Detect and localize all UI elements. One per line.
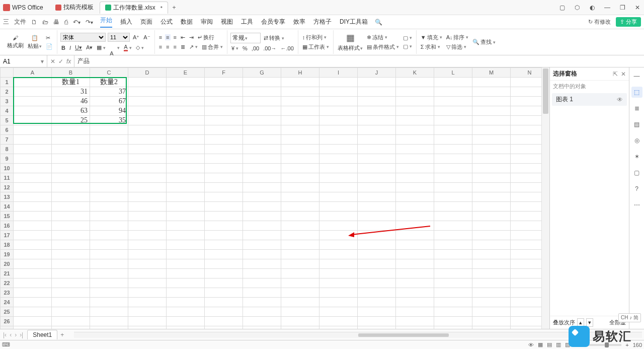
worksheet-button[interactable]: ▦工作表: [301, 43, 330, 51]
cell[interactable]: [358, 278, 396, 288]
cell[interactable]: [281, 87, 319, 97]
ribbon-tab-insert[interactable]: 插入: [120, 18, 132, 26]
cell[interactable]: [472, 231, 511, 240]
cell[interactable]: [358, 326, 396, 329]
cell[interactable]: [205, 288, 243, 298]
cell[interactable]: [52, 125, 90, 135]
cell[interactable]: [319, 183, 358, 192]
col-header-G[interactable]: G: [243, 68, 281, 78]
cell[interactable]: [396, 116, 434, 125]
cell[interactable]: [434, 116, 472, 125]
row-col-button[interactable]: ↕行和列: [301, 34, 330, 41]
scrollbar-thumb[interactable]: [358, 333, 449, 337]
cell[interactable]: [243, 173, 281, 183]
status-indicator-icon[interactable]: ⌨: [2, 341, 10, 348]
col-header-M[interactable]: M: [472, 68, 511, 78]
ribbon-tab-home[interactable]: 开始: [100, 16, 112, 28]
clear-format-button[interactable]: ◇: [135, 44, 145, 51]
cell[interactable]: [14, 269, 52, 278]
cell[interactable]: [128, 192, 167, 202]
cell[interactable]: [205, 317, 243, 326]
cell[interactable]: [167, 135, 205, 145]
cell[interactable]: [281, 183, 319, 192]
cell[interactable]: [14, 221, 52, 231]
row-header[interactable]: 25: [1, 307, 14, 317]
cell[interactable]: [128, 106, 167, 116]
cell[interactable]: [167, 125, 205, 135]
view-page-icon[interactable]: ▥: [556, 341, 561, 348]
cell[interactable]: [205, 240, 243, 250]
cell[interactable]: [52, 135, 90, 145]
format-painter-button[interactable]: 🖌格式刷: [6, 35, 25, 49]
cell[interactable]: [434, 183, 472, 192]
cell[interactable]: [396, 97, 434, 106]
orientation-button[interactable]: ↗: [188, 44, 199, 50]
cell[interactable]: [472, 164, 511, 173]
row-header[interactable]: 17: [1, 231, 14, 240]
row-header[interactable]: 21: [1, 269, 14, 278]
add-sheet-button[interactable]: +: [60, 331, 64, 338]
cell[interactable]: [243, 97, 281, 106]
cell[interactable]: [358, 173, 396, 183]
cell[interactable]: [358, 298, 396, 307]
cell[interactable]: [396, 173, 434, 183]
cell[interactable]: [14, 106, 52, 116]
filter-button[interactable]: ▽筛选: [445, 43, 470, 51]
font-name-select[interactable]: 宋体: [60, 33, 106, 42]
cell[interactable]: [52, 288, 90, 298]
cell[interactable]: [128, 278, 167, 288]
minimize-button[interactable]: —: [602, 2, 613, 13]
redo-icon[interactable]: ↷▾: [86, 19, 93, 26]
view-mode-2-icon[interactable]: ▦: [538, 341, 543, 348]
cell[interactable]: [358, 154, 396, 164]
cell[interactable]: [281, 202, 319, 212]
tab-template-search[interactable]: 找稿壳模板: [50, 2, 99, 14]
spreadsheet-grid[interactable]: ABCDEFGHIJKLMN1数量1数量22313734667463945253…: [0, 67, 549, 329]
cell[interactable]: [52, 250, 90, 259]
cell[interactable]: [243, 116, 281, 125]
cell[interactable]: [281, 116, 319, 125]
row-header[interactable]: 6: [1, 125, 14, 135]
cell[interactable]: 数量1: [52, 78, 90, 87]
cell[interactable]: [319, 192, 358, 202]
cell[interactable]: [434, 307, 472, 317]
cell[interactable]: [319, 154, 358, 164]
cell[interactable]: [243, 164, 281, 173]
cell[interactable]: [128, 183, 167, 192]
cell[interactable]: [281, 288, 319, 298]
cell[interactable]: [243, 202, 281, 212]
cell[interactable]: [396, 154, 434, 164]
cell[interactable]: [472, 116, 511, 125]
cell[interactable]: [358, 125, 396, 135]
cell[interactable]: [243, 183, 281, 192]
cell[interactable]: [434, 164, 472, 173]
cell[interactable]: [205, 202, 243, 212]
indent-decrease-button[interactable]: ⇤: [180, 34, 186, 41]
cell[interactable]: [52, 259, 90, 269]
cell[interactable]: [396, 221, 434, 231]
cell[interactable]: [167, 231, 205, 240]
search-icon[interactable]: 🔍: [375, 19, 382, 26]
cell[interactable]: [319, 135, 358, 145]
cell[interactable]: [434, 192, 472, 202]
align-left-button[interactable]: ≡: [158, 44, 163, 50]
col-header-E[interactable]: E: [167, 68, 205, 78]
row-header[interactable]: 26: [1, 317, 14, 326]
cell[interactable]: [167, 154, 205, 164]
align-middle-button[interactable]: ≡: [165, 34, 170, 40]
cell[interactable]: [319, 298, 358, 307]
cell[interactable]: [90, 183, 128, 192]
cell[interactable]: [281, 212, 319, 221]
cell[interactable]: [472, 183, 511, 192]
cell[interactable]: [472, 250, 511, 259]
cell[interactable]: [281, 298, 319, 307]
ribbon-tab-tools[interactable]: 工具: [241, 18, 253, 26]
cell[interactable]: [14, 192, 52, 202]
row-header[interactable]: 9: [1, 154, 14, 164]
italic-button[interactable]: I: [68, 45, 72, 51]
cell[interactable]: [167, 202, 205, 212]
number-format-select[interactable]: 常规: [230, 33, 261, 43]
right-btn-6[interactable]: ▢: [631, 167, 642, 178]
ribbon-tab-fgz[interactable]: 方格子: [313, 18, 332, 26]
cell[interactable]: [319, 106, 358, 116]
